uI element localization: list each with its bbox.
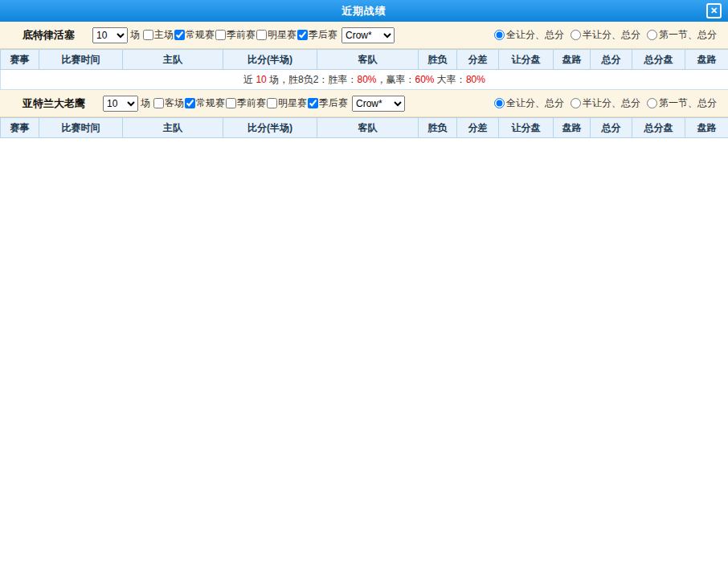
- column-header: 比分(半场): [223, 118, 317, 138]
- summary-segment: 大率：: [435, 74, 466, 85]
- summary-segment: 近: [243, 74, 256, 85]
- summary-segment: ，赢率：: [377, 74, 415, 85]
- radio-input[interactable]: [647, 98, 657, 108]
- source-select[interactable]: Crow*: [342, 27, 395, 43]
- filter-checkbox[interactable]: 季后赛: [308, 96, 348, 110]
- column-header: 让分盘: [499, 118, 554, 138]
- games-count-select[interactable]: 10: [103, 96, 138, 112]
- filter-checkbox[interactable]: 明星赛: [267, 96, 307, 110]
- column-header: 总分盘: [632, 118, 685, 138]
- summary-segment: 80%: [466, 74, 485, 85]
- stat-mode-radio[interactable]: 全让分、总分: [494, 96, 564, 110]
- radio-input[interactable]: [494, 30, 505, 40]
- summary-row: 近 10 场，胜8负2：胜率：80%，赢率：60% 大率：80%: [1, 70, 728, 90]
- filter-checkbox[interactable]: 季后赛: [297, 28, 337, 42]
- close-icon[interactable]: ✕: [706, 3, 722, 18]
- filter-checkbox[interactable]: 季前赛: [226, 96, 266, 110]
- checkbox-input[interactable]: [215, 30, 226, 40]
- checkbox-input[interactable]: [256, 30, 267, 40]
- checkbox-input[interactable]: [267, 98, 277, 108]
- radio-input[interactable]: [647, 30, 657, 40]
- filter-checkbox-group: 主场常规赛季前赛明星赛季后赛: [143, 28, 338, 43]
- checkbox-label: 常规赛: [196, 96, 225, 110]
- filter-bar: 亚特兰大老鹰 10 场 客场常规赛季前赛明星赛季后赛 Crow* 全让分、总分半…: [0, 90, 728, 117]
- filter-checkbox[interactable]: 常规赛: [174, 28, 215, 42]
- checkbox-label: 常规赛: [186, 28, 215, 42]
- column-header: 客队: [317, 50, 419, 70]
- checkbox-label: 明星赛: [268, 28, 297, 42]
- checkbox-label: 主场: [154, 28, 174, 42]
- column-header: 比赛时间: [39, 118, 123, 138]
- radio-input[interactable]: [571, 98, 581, 108]
- checkbox-label: 客场: [165, 96, 184, 110]
- checkbox-label: 季前赛: [237, 96, 266, 110]
- games-suffix-label: 场: [141, 96, 150, 110]
- column-header: 胜负: [419, 50, 457, 70]
- checkbox-label: 季后赛: [319, 96, 348, 110]
- radio-label: 全让分、总分: [506, 96, 564, 110]
- filter-checkbox[interactable]: 常规赛: [185, 96, 225, 110]
- column-header: 赛事: [1, 50, 39, 70]
- column-header: 盘路: [554, 118, 591, 138]
- column-header: 主队: [123, 50, 223, 70]
- summary-segment: 10: [256, 74, 266, 85]
- summary-segment: 场，胜8负2：胜率：: [267, 74, 358, 85]
- column-header: 总分: [591, 118, 632, 138]
- column-header: 分差: [457, 118, 499, 138]
- checkbox-input[interactable]: [143, 30, 153, 40]
- stat-mode-radio[interactable]: 全让分、总分: [494, 28, 564, 42]
- summary-text: 近 10 场，胜8负2：胜率：80%，赢率：60% 大率：80%: [1, 70, 728, 90]
- checkbox-input[interactable]: [226, 98, 236, 108]
- table-header-row: 赛事比赛时间主队比分(半场)客队胜负分差让分盘盘路总分总分盘盘路: [1, 118, 728, 138]
- table-header-row: 赛事比赛时间主队比分(半场)客队胜负分差让分盘盘路总分总分盘盘路: [1, 50, 728, 70]
- results-table: 赛事比赛时间主队比分(半场)客队胜负分差让分盘盘路总分总分盘盘路 近 10 场，…: [0, 49, 728, 90]
- checkbox-label: 季前赛: [227, 28, 256, 42]
- results-table: 赛事比赛时间主队比分(半场)客队胜负分差让分盘盘路总分总分盘盘路: [0, 117, 728, 138]
- column-header: 盘路: [685, 50, 728, 70]
- team-name: 底特律活塞: [22, 28, 75, 43]
- filter-checkbox[interactable]: 季前赛: [215, 28, 256, 42]
- filter-checkbox[interactable]: 主场: [143, 28, 174, 42]
- source-select[interactable]: Crow*: [352, 96, 405, 112]
- checkbox-label: 明星赛: [278, 96, 307, 110]
- team-section-pistons: 底特律活塞 10 场 主场常规赛季前赛明星赛季后赛 Crow* 全让分、总分半让…: [0, 22, 728, 90]
- column-header: 盘路: [685, 118, 728, 138]
- column-header: 分差: [457, 50, 499, 70]
- checkbox-input[interactable]: [174, 30, 185, 40]
- dialog-titlebar: 近期战绩 ✕: [0, 0, 728, 22]
- team-name: 亚特兰大老鹰: [22, 96, 85, 111]
- stat-mode-radio-group: 全让分、总分半让分、总分第一节、总分: [488, 28, 717, 43]
- radio-input[interactable]: [571, 30, 581, 40]
- stat-mode-radio[interactable]: 第一节、总分: [647, 28, 717, 42]
- checkbox-input[interactable]: [297, 30, 308, 40]
- radio-label: 半让分、总分: [583, 96, 640, 110]
- checkbox-input[interactable]: [153, 98, 164, 108]
- summary-segment: 60%: [415, 74, 435, 85]
- radio-input[interactable]: [494, 98, 505, 108]
- column-header: 总分: [591, 50, 632, 70]
- radio-label: 半让分、总分: [583, 28, 640, 42]
- games-count-select[interactable]: 10: [92, 27, 128, 43]
- filter-checkbox[interactable]: 明星赛: [256, 28, 297, 42]
- column-header: 总分盘: [632, 50, 685, 70]
- summary-segment: 80%: [357, 74, 376, 85]
- recent-results-dialog: 近期战绩 ✕ 底特律活塞 10 场 主场常规赛季前赛明星赛季后赛 Crow* 全…: [0, 0, 728, 138]
- column-header: 比赛时间: [39, 50, 123, 70]
- filter-bar: 底特律活塞 10 场 主场常规赛季前赛明星赛季后赛 Crow* 全让分、总分半让…: [0, 22, 728, 49]
- radio-label: 第一节、总分: [659, 28, 717, 42]
- games-suffix-label: 场: [130, 28, 140, 42]
- filter-checkbox-group: 客场常规赛季前赛明星赛季后赛: [153, 96, 349, 111]
- column-header: 客队: [317, 118, 419, 138]
- stat-mode-radio[interactable]: 半让分、总分: [571, 96, 640, 110]
- column-header: 胜负: [419, 118, 457, 138]
- checkbox-input[interactable]: [308, 98, 318, 108]
- filter-checkbox[interactable]: 客场: [153, 96, 184, 110]
- team-section-hawks: 亚特兰大老鹰 10 场 客场常规赛季前赛明星赛季后赛 Crow* 全让分、总分半…: [0, 90, 728, 138]
- stat-mode-radio[interactable]: 半让分、总分: [571, 28, 640, 42]
- column-header: 让分盘: [499, 50, 554, 70]
- column-header: 赛事: [1, 118, 39, 138]
- checkbox-input[interactable]: [185, 98, 195, 108]
- stat-mode-radio[interactable]: 第一节、总分: [647, 96, 717, 110]
- column-header: 比分(半场): [223, 50, 317, 70]
- radio-label: 全让分、总分: [506, 28, 564, 42]
